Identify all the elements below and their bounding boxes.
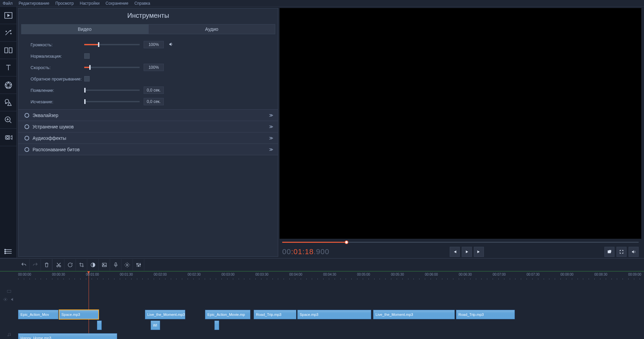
value-fadein[interactable]: 0,0 сек. [144,87,164,94]
clip[interactable]: WI [151,321,160,330]
ruler-mark: 00:03:30 [255,273,268,276]
label-fadein: Появление: [31,88,84,93]
track-video-icon[interactable] [0,288,18,295]
checkbox-reverse[interactable] [84,76,90,81]
svg-point-1 [10,33,11,34]
ruler-mark: 00:02:00 [154,273,167,276]
value-fadeout[interactable]: 0,0 сек. [144,98,164,105]
menu-view[interactable]: Просмотр [55,1,74,6]
delete-button[interactable] [41,259,52,271]
tab-audio[interactable]: Аудио [148,24,276,34]
ruler-mark: 00:05:30 [391,273,404,276]
popout-button[interactable] [604,247,614,257]
label-reverse: Обратное проигрывание: [31,76,84,81]
left-toolbar [0,7,17,258]
filters-icon[interactable] [0,24,16,42]
crop-button[interactable] [76,259,87,271]
menu-save[interactable]: Сохранение [106,1,129,6]
svg-rect-19 [115,263,116,265]
clip[interactable]: Epic_Action_Movie.mp [205,310,250,319]
slider-volume[interactable] [84,44,140,45]
svg-point-22 [138,265,139,266]
image-button[interactable] [99,259,110,271]
svg-point-26 [8,335,8,336]
volume-icon[interactable] [164,42,174,48]
mic-button[interactable] [110,259,121,271]
ruler-mark: 00:07:00 [493,273,506,276]
cut-button[interactable] [53,259,64,271]
svg-point-20 [126,264,128,266]
clip[interactable]: Space.mp3 [59,310,99,319]
mute-button[interactable] [629,247,639,257]
shapes-icon[interactable] [0,94,16,111]
label-fadeout: Исчезание: [31,99,84,104]
titles-icon[interactable] [0,59,16,76]
label-volume: Громкость: [31,42,84,47]
play-button[interactable] [462,247,472,257]
seek-bar[interactable] [280,239,641,245]
undo-button[interactable] [18,259,30,271]
timeline-tracks: Epic_Action_MovSpace.mp3Live_the_Moment.… [0,280,644,339]
clip[interactable]: Epic_Action_Mov [18,310,58,319]
tab-video[interactable]: Видео [21,24,148,34]
label-normalize: Нормализация: [31,54,84,59]
accordion-1[interactable]: Устранение шумов>> [18,121,278,132]
ruler-mark: 00:02:30 [188,273,201,276]
fullscreen-button[interactable] [616,247,627,257]
slider-fadein[interactable] [84,90,140,91]
value-volume[interactable]: 100% [144,41,164,48]
slider-fadeout[interactable] [84,101,140,102]
accordion-3[interactable]: Распознавание битов>> [18,144,278,155]
slider-speed[interactable] [84,67,140,68]
svg-point-23 [140,264,141,265]
clip[interactable]: Live_the_Moment.mp3 [373,310,455,319]
svg-point-25 [5,299,6,300]
gear-button[interactable] [121,259,133,271]
tools-panel: Инструменты Видео Аудио Громкость: 100% … [18,8,278,257]
import-media-icon[interactable] [0,7,16,24]
ruler-mark: 00:00:00 [18,273,31,276]
redo-button[interactable] [30,259,41,271]
value-speed[interactable]: 100% [144,64,164,71]
panel-title: Инструменты [18,8,278,24]
checkbox-normalize[interactable] [84,53,90,59]
next-button[interactable] [474,247,484,257]
ruler-mark: 00:07:30 [527,273,540,276]
more-menu-icon[interactable] [0,245,16,258]
clip[interactable]: Live_the_Moment.mp3 [145,310,185,319]
stickers-icon[interactable] [0,76,16,94]
track-audio-note-icon[interactable] [0,331,18,338]
ruler-mark: 00:06:00 [425,273,438,276]
svg-rect-4 [9,48,12,53]
menu-file[interactable]: Файл [3,1,13,6]
timeline-ruler[interactable]: 00:00:0000:00:3000:01:0000:01:3000:02:00… [0,272,644,280]
ruler-mark: 00:04:30 [323,273,336,276]
label-speed: Скорость: [31,65,84,70]
clip[interactable]: Road_Trip.mp3 [254,310,296,319]
color-button[interactable] [87,259,99,271]
record-icon[interactable] [0,129,16,146]
ruler-mark: 00:05:00 [357,273,370,276]
transitions-icon[interactable] [0,42,16,59]
clip[interactable]: Happy_Home.mp3 [18,333,117,339]
svg-point-21 [137,263,138,264]
clip[interactable]: Road_Trip.mp3 [456,310,515,319]
track-visibility-icons[interactable] [0,296,18,303]
ruler-mark: 00:08:30 [594,273,607,276]
menu-settings[interactable]: Настройки [80,1,100,6]
clip[interactable] [97,321,102,330]
prev-button[interactable] [450,247,460,257]
accordion-2[interactable]: Аудиоэффекты>> [18,132,278,144]
menu-help[interactable]: Справка [134,1,150,6]
adjust-button[interactable] [133,259,144,271]
rotate-button[interactable] [64,259,76,271]
svg-point-12 [4,252,5,253]
clip[interactable] [214,321,219,330]
accordion-0[interactable]: Эквалайзер>> [18,110,278,121]
ruler-mark: 00:08:00 [560,273,574,276]
ruler-mark: 00:01:30 [120,273,133,276]
zoom-icon[interactable] [0,111,16,129]
menu-edit[interactable]: Редактирование [19,1,49,6]
video-preview[interactable] [280,8,641,239]
clip[interactable]: Space.mp3 [297,310,371,319]
